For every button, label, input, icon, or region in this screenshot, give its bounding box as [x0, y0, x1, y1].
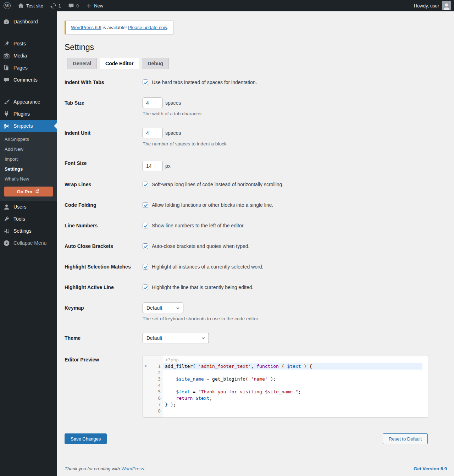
get-version-link[interactable]: Get Version 6.9 — [414, 466, 447, 471]
sidebar-item-settings[interactable]: Settings — [0, 225, 57, 237]
updates-link[interactable]: 1 — [47, 0, 65, 11]
checkbox-description: Use hard tabs instead of spaces for inde… — [152, 79, 257, 85]
main-content: WordPress 6.9 is available! Please updat… — [57, 0, 454, 476]
line-numbers-checkbox[interactable] — [143, 223, 148, 228]
camera-icon — [3, 52, 10, 59]
code-folding-checkbox[interactable] — [143, 202, 148, 208]
setting-label: Highlight Active Line — [65, 284, 143, 290]
tab-general[interactable]: General — [67, 58, 97, 69]
sidebar-label: Comments — [13, 77, 38, 83]
tab-size-input[interactable] — [143, 98, 162, 108]
save-changes-button[interactable]: Save Changes — [65, 433, 107, 444]
site-name: Test site — [26, 3, 43, 9]
setting-row-line-numbers: Line Numbers Show line numbers to the le… — [65, 215, 447, 236]
setting-row-theme: Theme Default — [65, 328, 447, 349]
comments-link[interactable]: 0 — [65, 0, 82, 11]
settings-tabs: General Code Editor Debug — [65, 58, 447, 69]
setting-row-highlight-selection-matches: Highlight Selection Matches Highlight al… — [65, 256, 447, 277]
plug-icon — [3, 110, 10, 117]
font-size-input[interactable] — [143, 161, 162, 171]
code-line-1: add_filter( 'admin_footer_text', functio… — [163, 363, 422, 370]
wordpress-version-link[interactable]: WordPress 6.9 — [71, 25, 101, 30]
selected-value: Default — [146, 305, 162, 311]
wordpress-link[interactable]: WordPress — [121, 466, 144, 471]
keymap-select[interactable]: Default — [143, 303, 183, 313]
setting-row-code-folding: Code Folding Allow folding functions or … — [65, 195, 447, 215]
please-update-link[interactable]: Please update now — [128, 25, 167, 30]
go-pro-button[interactable]: Go Pro — [4, 187, 53, 197]
snippets-submenu: All Snippets Add New Import Settings Wha… — [0, 132, 57, 201]
site-link[interactable]: Test site — [14, 0, 47, 11]
highlight-selection-matches-checkbox[interactable] — [143, 264, 148, 270]
tab-debug[interactable]: Debug — [142, 58, 169, 69]
sidebar-item-appearance[interactable]: Appearance — [0, 96, 57, 108]
sidebar-item-snippets[interactable]: Snippets — [0, 120, 57, 132]
checkbox-description: Highlight all instances of a currently s… — [152, 264, 263, 270]
go-pro-label: Go Pro — [17, 189, 32, 194]
new-content-menu[interactable]: New — [82, 0, 107, 11]
sidebar-item-plugins[interactable]: Plugins — [0, 108, 57, 120]
editor-code-area[interactable]: <?php add_filter( 'admin_footer_text', f… — [163, 355, 428, 417]
line-number: 5 — [149, 389, 163, 395]
checkbox-description: Highlight the line that is currently bei… — [152, 284, 253, 290]
sidebar-item-posts[interactable]: Posts — [0, 38, 57, 50]
setting-label: Tab Size — [65, 98, 143, 123]
avatar[interactable] — [442, 1, 451, 10]
sidebar-item-dashboard[interactable]: Dashboard — [0, 16, 57, 28]
submenu-item-all-snippets[interactable]: All Snippets — [0, 134, 57, 144]
sidebar-label: Posts — [13, 41, 26, 46]
submenu-item-import[interactable]: Import — [0, 154, 57, 164]
wrench-icon — [3, 215, 10, 222]
auto-close-brackets-checkbox[interactable] — [143, 243, 148, 249]
sidebar-item-users[interactable]: Users — [0, 201, 57, 213]
sidebar-label: Media — [13, 53, 27, 59]
plus-icon — [86, 3, 92, 9]
code-line-3: $site_name = get_bloginfo( 'name' ); — [163, 376, 428, 382]
sidebar-label: Pages — [13, 65, 28, 71]
submenu-label: All Snippets — [5, 137, 29, 142]
setting-label: Theme — [65, 333, 143, 349]
wordpress-menu[interactable]: W — [0, 0, 14, 11]
unit-label: spaces — [165, 100, 181, 106]
sidebar-item-comments[interactable]: Comments — [0, 74, 57, 86]
footer-thanks: Thank you for creating with WordPress. — [65, 466, 145, 471]
setting-label: Font Size — [65, 158, 143, 174]
submenu-item-add-new[interactable]: Add New — [0, 144, 57, 154]
update-notice: WordPress 6.9 is available! Please updat… — [65, 21, 173, 34]
editor-gutter: ▼1 2 3 4 5 6 7 8 — [143, 355, 163, 417]
field-description: The width of a tab character. — [143, 111, 203, 116]
setting-row-font-size: Font Size px — [65, 153, 447, 174]
theme-select[interactable]: Default — [143, 333, 209, 343]
collapse-menu-button[interactable]: Collapse Menu — [0, 237, 57, 249]
fold-arrow-icon[interactable]: ▼ — [143, 363, 149, 370]
wrap-lines-checkbox[interactable] — [143, 182, 148, 187]
field-description: The set of keyboard shortcuts to use in … — [143, 316, 259, 321]
code-line-5: $text = "Thank you for visiting $site_na… — [163, 389, 428, 395]
checkbox-description: Show line numbers to the left of the edi… — [152, 223, 245, 228]
setting-row-auto-close-brackets: Auto Close Brackets Auto-close brackets … — [65, 236, 447, 256]
setting-row-editor-preview: Editor Preview ▼1 2 3 4 5 6 7 8 <?php ad… — [65, 349, 447, 418]
submenu-item-whats-new[interactable]: What’s New — [0, 174, 57, 184]
admin-footer: Thank you for creating with WordPress. G… — [65, 466, 447, 471]
checkbox-description: Soft-wrap long lines of code instead of … — [152, 182, 283, 187]
sidebar-item-pages[interactable]: Pages — [0, 62, 57, 74]
line-number: 7 — [149, 402, 163, 408]
submenu-item-settings[interactable]: Settings — [0, 164, 57, 174]
checkbox-description: Allow folding functions or other blocks … — [152, 202, 273, 208]
highlight-active-line-checkbox[interactable] — [143, 284, 148, 290]
external-link-icon — [35, 189, 40, 195]
code-editor-preview[interactable]: ▼1 2 3 4 5 6 7 8 <?php add_filter( 'admi… — [143, 355, 428, 418]
code-line-2 — [163, 370, 428, 376]
sidebar-item-media[interactable]: Media — [0, 50, 57, 62]
indent-with-tabs-checkbox[interactable] — [143, 79, 148, 85]
sidebar-item-tools[interactable]: Tools — [0, 213, 57, 225]
code-line-4 — [163, 382, 428, 389]
pushpin-icon — [3, 40, 10, 47]
indent-unit-input[interactable] — [143, 128, 162, 138]
comment-count: 0 — [76, 3, 79, 9]
tab-code-editor[interactable]: Code Editor — [100, 58, 139, 69]
howdy-text[interactable]: Howdy, user — [414, 3, 439, 9]
reset-to-default-button[interactable]: Reset to Default — [383, 433, 428, 444]
setting-label: Editor Preview — [65, 355, 143, 418]
submenu-label: What’s New — [5, 176, 29, 182]
